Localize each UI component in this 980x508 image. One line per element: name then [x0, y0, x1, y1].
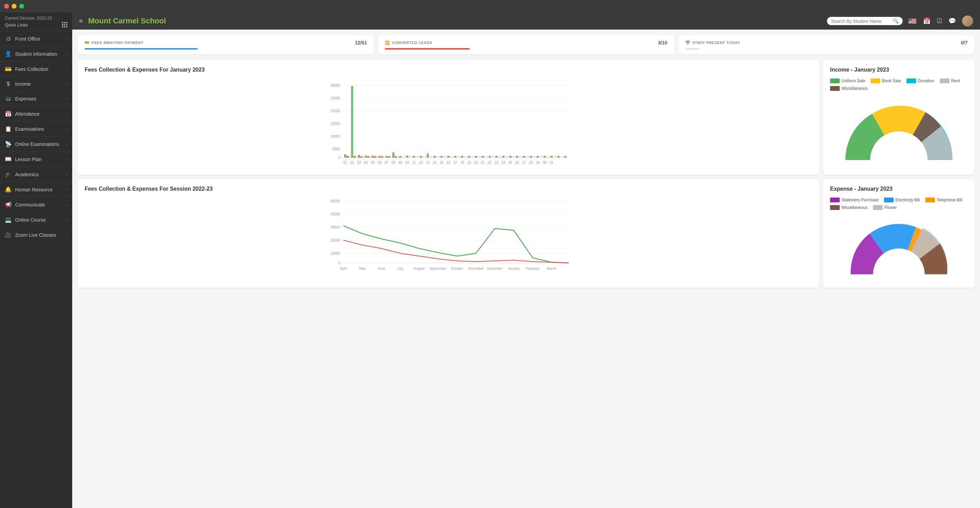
communicate-icon: 📢	[5, 201, 12, 208]
svg-text:13: 13	[426, 161, 430, 165]
svg-text:29: 29	[536, 161, 540, 165]
charts-row-2: Fees Collection & Expenses For Session 2…	[78, 179, 975, 288]
income-donut-svg	[830, 95, 967, 164]
legend-color-misc	[830, 86, 840, 91]
legend-color-book	[871, 78, 880, 83]
svg-rect-18	[358, 155, 360, 158]
fees-session-chart: Fees Collection & Expenses For Session 2…	[78, 179, 819, 288]
svg-text:August: August	[414, 267, 424, 270]
search-input[interactable]	[831, 19, 891, 24]
stat-progress-bar	[385, 48, 469, 50]
sidebar-item-left: 🔔 Human Resource	[5, 186, 52, 193]
maximize-button[interactable]	[19, 4, 24, 9]
stat-progress-bar	[685, 48, 699, 50]
svg-text:20: 20	[474, 161, 478, 165]
chevron-icon: ‹	[66, 142, 67, 146]
grid-icon[interactable]	[62, 22, 67, 27]
sidebar-item-student-information[interactable]: 👤 Student Information ‹	[0, 46, 72, 62]
legend-label-electricity: Electricity Bill	[896, 198, 920, 202]
svg-text:November: November	[468, 267, 484, 270]
stat-card-0: 💳 FEES AWAITING PAYMENT 12/61	[78, 35, 374, 54]
line-chart-container: 50000 40000 30000 20000 10000 0 April	[84, 198, 812, 273]
chevron-icon: ‹	[66, 112, 67, 116]
svg-text:30000: 30000	[331, 84, 340, 88]
legend-label-uniform: Uniform Sale	[842, 78, 865, 83]
stat-card-1: 🔁 CONVERTED LEADS 3/10	[378, 35, 674, 54]
sidebar-item-human-resource[interactable]: 🔔 Human Resource ‹	[0, 182, 72, 197]
chevron-icon: ‹	[66, 188, 67, 192]
sidebar-item-attendance[interactable]: 📅 Attendance ‹	[0, 106, 72, 121]
legend-label-rent: Rent	[951, 78, 960, 83]
legend-label-stationery: Stationery Purchase	[842, 198, 878, 202]
menu-icon[interactable]: ≡	[79, 18, 83, 25]
svg-text:16: 16	[446, 161, 450, 165]
line-chart-svg: 50000 40000 30000 20000 10000 0 April	[84, 198, 812, 277]
main-area: ≡ Mount Carmel School 🔍 🇺🇸 📅 ☑ 💬	[72, 13, 980, 508]
sidebar-label-attendance: Attendance	[15, 111, 40, 117]
svg-text:50000: 50000	[331, 199, 340, 203]
svg-text:0: 0	[338, 156, 340, 160]
stat-icon: 💳	[84, 41, 90, 45]
calendar-icon[interactable]: 📅	[923, 17, 931, 25]
svg-text:31: 31	[549, 161, 554, 165]
sidebar-item-left: 🎥 Zoom Live Classes	[5, 232, 56, 238]
front-office-icon: ⊙	[5, 35, 12, 42]
svg-text:April: April	[340, 267, 347, 270]
legend-color-stationery	[830, 198, 840, 202]
svg-text:19: 19	[467, 161, 471, 165]
svg-text:18: 18	[460, 161, 464, 165]
expense-donut-svg	[830, 214, 967, 280]
svg-text:21: 21	[481, 161, 485, 165]
svg-text:17: 17	[453, 161, 457, 165]
legend-stationery: Stationery Purchase	[830, 198, 878, 202]
sidebar-item-academics[interactable]: 🎓 Academics ‹	[0, 167, 72, 182]
sidebar-item-zoom-live-classes[interactable]: 🎥 Zoom Live Classes ‹	[0, 227, 72, 243]
stat-header: 💳 FEES AWAITING PAYMENT 12/61	[84, 40, 367, 45]
sidebar-item-examinations[interactable]: 📋 Examinations ‹	[0, 121, 72, 137]
bar-chart-container: 30000 25000 20000 15000 10000 5000 0	[84, 78, 812, 168]
sidebar-item-front-office[interactable]: ⊙ Front Office ‹	[0, 31, 72, 46]
sidebar-item-expenses[interactable]: 🗂 Expenses ‹	[0, 91, 72, 106]
expense-january-chart: Expense - January 2023 Stationery Purcha…	[823, 179, 975, 288]
svg-text:20000: 20000	[331, 109, 340, 113]
income-legend: Uniform Sale Book Sale Donation Ren	[830, 78, 967, 91]
flag-icon[interactable]: 🇺🇸	[908, 17, 917, 25]
stat-icon: 📅	[685, 41, 690, 45]
stat-value: 0/7	[961, 40, 967, 45]
svg-text:February: February	[526, 267, 539, 270]
sidebar-item-online-examinations[interactable]: 📡 Online Examinations ‹	[0, 137, 72, 152]
svg-text:14: 14	[433, 161, 437, 165]
examinations-icon: 📋	[5, 126, 12, 132]
legend-label-book: Book Sale	[882, 78, 901, 83]
sidebar-item-income[interactable]: $ Income ‹	[0, 77, 72, 91]
tasks-icon[interactable]: ☑	[937, 17, 942, 25]
session-label: Current Session: 2022-23	[5, 16, 67, 21]
stat-value: 3/10	[658, 40, 667, 45]
sidebar-label-online-course: Online Course	[15, 217, 46, 223]
expense-january-title: Expense - January 2023	[830, 186, 967, 192]
sidebar-item-communicate[interactable]: 📢 Communicate ‹	[0, 197, 72, 212]
sidebar-item-lesson-plan[interactable]: 📖 Lesson Plan ‹	[0, 152, 72, 167]
svg-text:25000: 25000	[331, 96, 340, 100]
chevron-icon: ‹	[66, 127, 67, 131]
minimize-button[interactable]	[12, 4, 16, 9]
legend-flower: Flower	[873, 205, 897, 210]
sidebar-label-examinations: Examinations	[15, 126, 44, 132]
legend-color-electricity	[884, 198, 894, 202]
legend-label-telephone: Telephone Bill	[937, 198, 963, 202]
search-box[interactable]: 🔍	[827, 17, 903, 25]
legend-uniform-sale: Uniform Sale	[830, 78, 865, 83]
stat-text: FEES AWAITING PAYMENT	[92, 41, 144, 45]
stat-header: 🔁 CONVERTED LEADS 3/10	[385, 40, 667, 45]
sidebar-item-online-course[interactable]: 💻 Online Course ‹	[0, 212, 72, 227]
svg-text:02: 02	[350, 161, 354, 165]
online-examinations-icon: 📡	[5, 141, 12, 147]
fees-session-title: Fees Collection & Expenses For Session 2…	[84, 186, 812, 192]
sidebar-label-lesson-plan: Lesson Plan	[15, 157, 41, 162]
close-button[interactable]	[4, 4, 9, 9]
sidebar-item-fees-collection[interactable]: 💳 Fees Collection ‹	[0, 62, 72, 77]
legend-rent: Rent	[940, 78, 960, 83]
chat-icon[interactable]: 💬	[948, 17, 956, 25]
avatar[interactable]	[962, 16, 973, 27]
legend-misc-exp: Miscellaneous	[830, 205, 867, 210]
